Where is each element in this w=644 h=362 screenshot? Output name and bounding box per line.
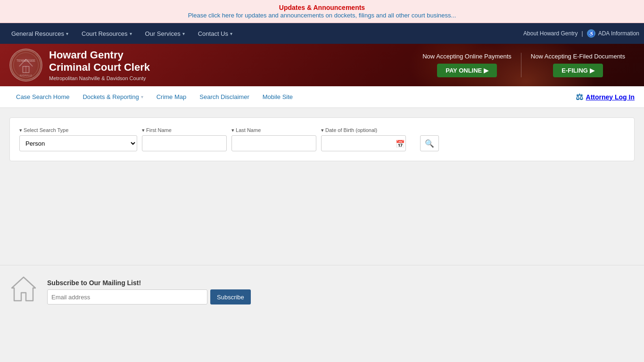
subnav-search-disclaimer[interactable]: Search Disclaimer (193, 88, 256, 106)
search-form: ▾ Select Search Type Person Case Number … (19, 127, 625, 151)
general-resources-caret: ▾ (66, 31, 68, 36)
sub-nav: Case Search Home Dockets & Reporting ▾ C… (0, 86, 644, 108)
search-type-label: ▾ Select Search Type (19, 127, 137, 133)
mailing-subscribe: Subscribe to Our Mailing List! Subscribe (47, 279, 251, 304)
first-name-field: ▾ First Name (142, 127, 227, 151)
svg-text:NASHVILLE: NASHVILLE (20, 74, 32, 77)
dob-field: ▾ Date of Birth (optional) 📅 (321, 127, 415, 151)
dob-label: ▾ Date of Birth (optional) (321, 127, 415, 133)
logo-text: Howard Gentry Criminal Court Clerk Metro… (49, 49, 150, 82)
header-actions: Now Accepting Online Payments PAY ONLINE… (413, 53, 635, 77)
svg-marker-6 (12, 277, 35, 301)
top-nav-left: General Resources ▾ Court Resources ▾ Ou… (5, 25, 239, 43)
attorney-login[interactable]: ⚖ Attorney Log In (576, 92, 635, 102)
subnav-crime-map[interactable]: Crime Map (150, 88, 193, 106)
last-name-input[interactable] (231, 135, 316, 151)
search-button[interactable]: 🔍 (420, 135, 439, 151)
top-nav: General Resources ▾ Court Resources ▾ Ou… (0, 23, 644, 44)
nav-item-our-services[interactable]: Our Services ▾ (139, 25, 191, 43)
scales-icon: ⚖ (576, 92, 583, 102)
e-filing-block: Now Accepting E-Filed Documents E-FILING… (521, 53, 635, 77)
search-section: ▾ Select Search Type Person Case Number … (0, 108, 644, 171)
footer-area (0, 171, 644, 265)
subnav-dockets-reporting[interactable]: Dockets & Reporting ▾ (76, 88, 149, 106)
contact-us-caret: ▾ (230, 31, 232, 36)
our-services-caret: ▾ (182, 31, 185, 36)
first-name-input[interactable] (142, 135, 227, 151)
calendar-icon[interactable]: 📅 (396, 140, 405, 148)
pipe-separator: | (582, 30, 583, 37)
logo-title-line2: Criminal Court Clerk (49, 61, 150, 74)
svg-point-1 (14, 53, 39, 78)
search-card: ▾ Select Search Type Person Case Number … (9, 117, 635, 161)
e-filing-button[interactable]: E-FILING ▶ (553, 64, 603, 77)
attorney-login-link[interactable]: Attorney Log In (586, 93, 635, 101)
header-logo: TENNESSEE NASHVILLE Howard Gentry Crimin… (9, 49, 150, 82)
top-nav-right: About Howard Gentry | ♿ ADA Information (523, 29, 639, 38)
pay-online-block: Now Accepting Online Payments PAY ONLINE… (413, 53, 521, 77)
pay-online-button[interactable]: PAY ONLINE ▶ (437, 64, 497, 77)
pay-online-title: Now Accepting Online Payments (422, 53, 512, 60)
ada-information-link[interactable]: ADA Information (598, 30, 639, 37)
announcement-title: Updates & Announcements (8, 4, 636, 11)
dockets-caret: ▾ (141, 94, 143, 99)
logo-subtitle: Metropolitan Nashville & Davidson County (49, 75, 150, 81)
house-icon (9, 275, 38, 309)
search-icon: 🔍 (425, 139, 434, 148)
mailing-email-input[interactable] (47, 289, 207, 304)
court-resources-caret: ▾ (130, 31, 132, 36)
dob-input[interactable] (321, 135, 406, 151)
logo-title-line1: Howard Gentry (49, 49, 150, 61)
search-type-field: ▾ Select Search Type Person Case Number … (19, 127, 137, 151)
logo-seal: TENNESSEE NASHVILLE (9, 49, 42, 82)
announcement-bar: Updates & Announcements Please click her… (0, 0, 644, 23)
subnav-case-search-home[interactable]: Case Search Home (9, 88, 76, 106)
footer-bottom: Subscribe to Our Mailing List! Subscribe (0, 265, 644, 318)
about-howard-gentry-link[interactable]: About Howard Gentry (523, 30, 578, 37)
mailing-form: Subscribe (47, 289, 251, 304)
nav-item-contact-us[interactable]: Contact Us ▾ (191, 25, 239, 43)
header-banner: TENNESSEE NASHVILLE Howard Gentry Crimin… (0, 44, 644, 86)
sub-nav-left: Case Search Home Dockets & Reporting ▾ C… (9, 88, 299, 106)
announcement-link[interactable]: Please click here for updates and announ… (188, 12, 456, 19)
last-name-field: ▾ Last Name (231, 127, 316, 151)
ada-icon: ♿ (587, 29, 595, 38)
mailing-title: Subscribe to Our Mailing List! (47, 279, 251, 287)
subnav-mobile-site[interactable]: Mobile Site (256, 88, 299, 106)
first-name-label: ▾ First Name (142, 127, 227, 133)
subscribe-button[interactable]: Subscribe (210, 289, 251, 304)
search-type-select[interactable]: Person Case Number Attorney Business (19, 135, 137, 151)
last-name-label: ▾ Last Name (231, 127, 316, 133)
nav-item-court-resources[interactable]: Court Resources ▾ (75, 25, 139, 43)
e-filing-title: Now Accepting E-Filed Documents (531, 53, 625, 60)
nav-item-general-resources[interactable]: General Resources ▾ (5, 25, 75, 43)
